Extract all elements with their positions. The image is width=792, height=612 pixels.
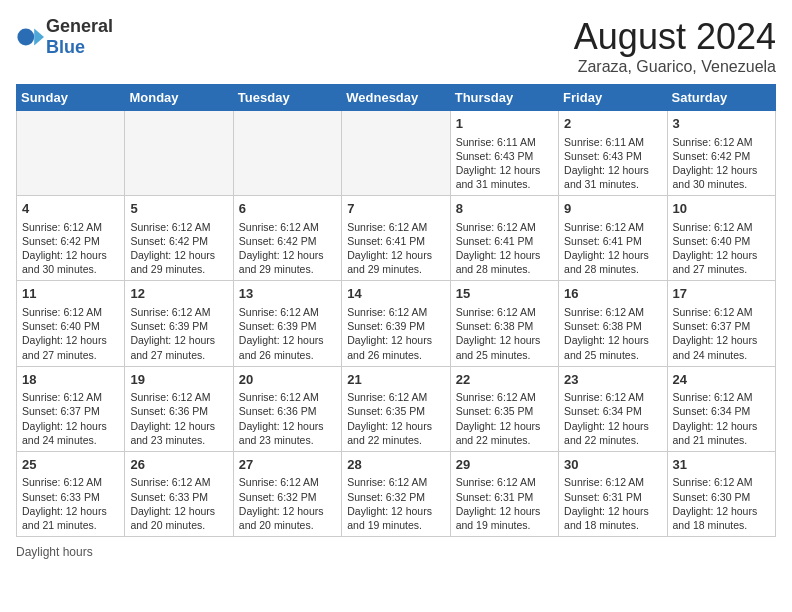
day-number: 14: [347, 285, 444, 303]
calendar-cell-10: 10Sunrise: 6:12 AMSunset: 6:40 PMDayligh…: [667, 196, 775, 281]
calendar-cell-7: 7Sunrise: 6:12 AMSunset: 6:41 PMDaylight…: [342, 196, 450, 281]
day-info: Sunrise: 6:12 AMSunset: 6:33 PMDaylight:…: [22, 476, 107, 531]
calendar-cell-empty: [17, 111, 125, 196]
day-info: Sunrise: 6:12 AMSunset: 6:32 PMDaylight:…: [347, 476, 432, 531]
day-number: 1: [456, 115, 553, 133]
day-info: Sunrise: 6:12 AMSunset: 6:34 PMDaylight:…: [564, 391, 649, 446]
calendar-cell-11: 11Sunrise: 6:12 AMSunset: 6:40 PMDayligh…: [17, 281, 125, 366]
title-block: August 2024 Zaraza, Guarico, Venezuela: [574, 16, 776, 76]
day-number: 7: [347, 200, 444, 218]
calendar-cell-15: 15Sunrise: 6:12 AMSunset: 6:38 PMDayligh…: [450, 281, 558, 366]
calendar-cell-18: 18Sunrise: 6:12 AMSunset: 6:37 PMDayligh…: [17, 366, 125, 451]
logo-general: General: [46, 16, 113, 36]
calendar-cell-31: 31Sunrise: 6:12 AMSunset: 6:30 PMDayligh…: [667, 451, 775, 536]
legend: Daylight hours: [16, 545, 776, 559]
day-info: Sunrise: 6:12 AMSunset: 6:40 PMDaylight:…: [22, 306, 107, 361]
day-info: Sunrise: 6:12 AMSunset: 6:32 PMDaylight:…: [239, 476, 324, 531]
day-number: 9: [564, 200, 661, 218]
day-info: Sunrise: 6:12 AMSunset: 6:37 PMDaylight:…: [673, 306, 758, 361]
day-info: Sunrise: 6:12 AMSunset: 6:42 PMDaylight:…: [673, 136, 758, 191]
calendar-cell-2: 2Sunrise: 6:11 AMSunset: 6:43 PMDaylight…: [559, 111, 667, 196]
day-info: Sunrise: 6:12 AMSunset: 6:41 PMDaylight:…: [456, 221, 541, 276]
day-info: Sunrise: 6:12 AMSunset: 6:34 PMDaylight:…: [673, 391, 758, 446]
calendar-cell-17: 17Sunrise: 6:12 AMSunset: 6:37 PMDayligh…: [667, 281, 775, 366]
day-number: 22: [456, 371, 553, 389]
day-number: 3: [673, 115, 770, 133]
logo-text: General Blue: [46, 16, 113, 58]
day-number: 16: [564, 285, 661, 303]
calendar-cell-12: 12Sunrise: 6:12 AMSunset: 6:39 PMDayligh…: [125, 281, 233, 366]
day-info: Sunrise: 6:12 AMSunset: 6:36 PMDaylight:…: [239, 391, 324, 446]
day-info: Sunrise: 6:12 AMSunset: 6:31 PMDaylight:…: [564, 476, 649, 531]
weekday-header-sunday: Sunday: [17, 85, 125, 111]
day-number: 18: [22, 371, 119, 389]
calendar-header: SundayMondayTuesdayWednesdayThursdayFrid…: [17, 85, 776, 111]
day-number: 25: [22, 456, 119, 474]
day-number: 6: [239, 200, 336, 218]
day-info: Sunrise: 6:12 AMSunset: 6:39 PMDaylight:…: [130, 306, 215, 361]
day-number: 2: [564, 115, 661, 133]
day-number: 28: [347, 456, 444, 474]
logo-icon: [16, 23, 44, 51]
day-number: 15: [456, 285, 553, 303]
calendar-cell-24: 24Sunrise: 6:12 AMSunset: 6:34 PMDayligh…: [667, 366, 775, 451]
day-number: 24: [673, 371, 770, 389]
day-number: 29: [456, 456, 553, 474]
daylight-hours-label: Daylight hours: [16, 545, 93, 559]
day-number: 27: [239, 456, 336, 474]
day-info: Sunrise: 6:12 AMSunset: 6:41 PMDaylight:…: [564, 221, 649, 276]
calendar-cell-6: 6Sunrise: 6:12 AMSunset: 6:42 PMDaylight…: [233, 196, 341, 281]
day-info: Sunrise: 6:12 AMSunset: 6:39 PMDaylight:…: [347, 306, 432, 361]
day-number: 26: [130, 456, 227, 474]
day-info: Sunrise: 6:12 AMSunset: 6:42 PMDaylight:…: [130, 221, 215, 276]
day-info: Sunrise: 6:12 AMSunset: 6:39 PMDaylight:…: [239, 306, 324, 361]
day-number: 23: [564, 371, 661, 389]
calendar-week-3: 18Sunrise: 6:12 AMSunset: 6:37 PMDayligh…: [17, 366, 776, 451]
day-number: 19: [130, 371, 227, 389]
weekday-header-saturday: Saturday: [667, 85, 775, 111]
calendar-week-0: 1Sunrise: 6:11 AMSunset: 6:43 PMDaylight…: [17, 111, 776, 196]
day-number: 11: [22, 285, 119, 303]
day-info: Sunrise: 6:12 AMSunset: 6:33 PMDaylight:…: [130, 476, 215, 531]
day-number: 10: [673, 200, 770, 218]
weekday-header-wednesday: Wednesday: [342, 85, 450, 111]
calendar-table: SundayMondayTuesdayWednesdayThursdayFrid…: [16, 84, 776, 537]
day-number: 5: [130, 200, 227, 218]
svg-marker-1: [34, 29, 44, 46]
calendar-cell-19: 19Sunrise: 6:12 AMSunset: 6:36 PMDayligh…: [125, 366, 233, 451]
page-title: August 2024: [574, 16, 776, 58]
day-number: 31: [673, 456, 770, 474]
calendar-cell-20: 20Sunrise: 6:12 AMSunset: 6:36 PMDayligh…: [233, 366, 341, 451]
calendar-cell-26: 26Sunrise: 6:12 AMSunset: 6:33 PMDayligh…: [125, 451, 233, 536]
weekday-header-thursday: Thursday: [450, 85, 558, 111]
day-info: Sunrise: 6:12 AMSunset: 6:36 PMDaylight:…: [130, 391, 215, 446]
svg-point-0: [17, 29, 34, 46]
calendar-cell-22: 22Sunrise: 6:12 AMSunset: 6:35 PMDayligh…: [450, 366, 558, 451]
weekday-header-monday: Monday: [125, 85, 233, 111]
calendar-cell-25: 25Sunrise: 6:12 AMSunset: 6:33 PMDayligh…: [17, 451, 125, 536]
calendar-cell-4: 4Sunrise: 6:12 AMSunset: 6:42 PMDaylight…: [17, 196, 125, 281]
day-info: Sunrise: 6:12 AMSunset: 6:35 PMDaylight:…: [347, 391, 432, 446]
calendar-week-4: 25Sunrise: 6:12 AMSunset: 6:33 PMDayligh…: [17, 451, 776, 536]
calendar-cell-27: 27Sunrise: 6:12 AMSunset: 6:32 PMDayligh…: [233, 451, 341, 536]
logo-blue: Blue: [46, 37, 85, 57]
logo: General Blue: [16, 16, 113, 58]
calendar-cell-13: 13Sunrise: 6:12 AMSunset: 6:39 PMDayligh…: [233, 281, 341, 366]
day-info: Sunrise: 6:11 AMSunset: 6:43 PMDaylight:…: [564, 136, 649, 191]
calendar-cell-empty: [342, 111, 450, 196]
day-info: Sunrise: 6:12 AMSunset: 6:31 PMDaylight:…: [456, 476, 541, 531]
day-info: Sunrise: 6:12 AMSunset: 6:40 PMDaylight:…: [673, 221, 758, 276]
calendar-cell-14: 14Sunrise: 6:12 AMSunset: 6:39 PMDayligh…: [342, 281, 450, 366]
day-info: Sunrise: 6:11 AMSunset: 6:43 PMDaylight:…: [456, 136, 541, 191]
day-info: Sunrise: 6:12 AMSunset: 6:42 PMDaylight:…: [239, 221, 324, 276]
calendar-cell-empty: [233, 111, 341, 196]
day-number: 30: [564, 456, 661, 474]
day-info: Sunrise: 6:12 AMSunset: 6:38 PMDaylight:…: [564, 306, 649, 361]
calendar-cell-empty: [125, 111, 233, 196]
calendar-cell-28: 28Sunrise: 6:12 AMSunset: 6:32 PMDayligh…: [342, 451, 450, 536]
calendar-week-1: 4Sunrise: 6:12 AMSunset: 6:42 PMDaylight…: [17, 196, 776, 281]
calendar-cell-3: 3Sunrise: 6:12 AMSunset: 6:42 PMDaylight…: [667, 111, 775, 196]
day-number: 13: [239, 285, 336, 303]
day-info: Sunrise: 6:12 AMSunset: 6:42 PMDaylight:…: [22, 221, 107, 276]
calendar-cell-8: 8Sunrise: 6:12 AMSunset: 6:41 PMDaylight…: [450, 196, 558, 281]
